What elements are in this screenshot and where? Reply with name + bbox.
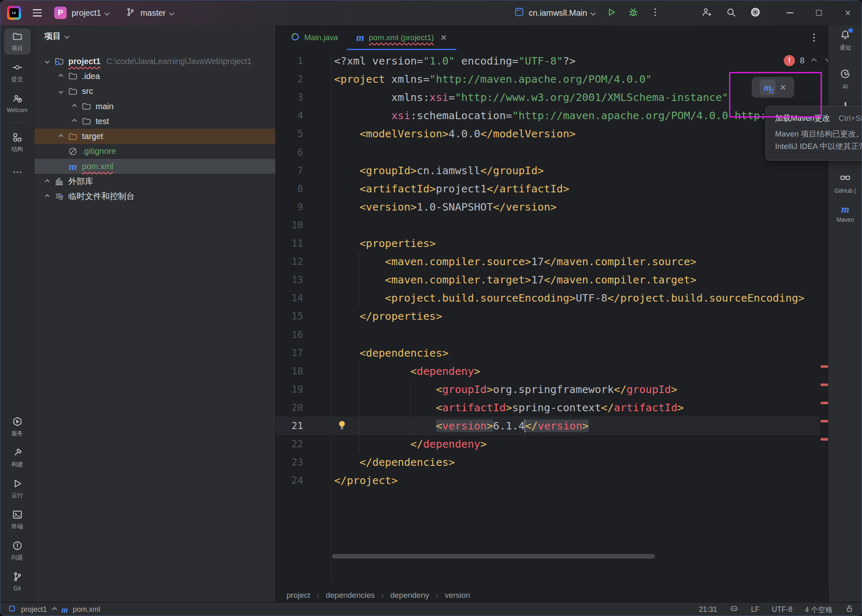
minimize-button[interactable] bbox=[775, 0, 804, 25]
chevron-right-icon[interactable] bbox=[58, 74, 63, 79]
code-line[interactable]: <artifactId>spring-context</artifactId> bbox=[334, 398, 684, 417]
settings-gear-icon[interactable] bbox=[750, 7, 761, 19]
code-line[interactable]: <project.build.sourceEncoding>UTF-8</pro… bbox=[334, 289, 804, 307]
sidebar-item-services[interactable]: 服务 bbox=[4, 414, 31, 440]
inspections-widget[interactable]: ! 8 bbox=[784, 55, 829, 66]
code-line[interactable]: <dependeny> bbox=[334, 362, 480, 380]
sidebar-item-welcome[interactable]: Welcom bbox=[4, 91, 31, 116]
tree-item-.gitignore[interactable]: .gitignore bbox=[34, 144, 275, 159]
horizontal-scrollbar[interactable] bbox=[332, 554, 655, 558]
right-bar-item-notifications[interactable]: 通知 bbox=[828, 29, 862, 52]
line-number[interactable]: 6 bbox=[276, 143, 303, 161]
line-number[interactable]: 5 bbox=[276, 125, 303, 143]
line-number[interactable]: 4 bbox=[276, 106, 303, 125]
sidebar-item-more[interactable] bbox=[4, 161, 31, 185]
chevron-right-icon[interactable] bbox=[72, 119, 77, 124]
indent-setting[interactable]: 4 个空格 bbox=[805, 605, 833, 615]
tree-item-target[interactable]: target bbox=[34, 129, 275, 144]
tree-item-project1[interactable]: project1C:\code\JavaLearning\JavaWeb\pro… bbox=[34, 54, 275, 69]
code-line[interactable]: <maven.compiler.target>17</maven.compile… bbox=[334, 271, 696, 289]
caret-position[interactable]: 21:31 bbox=[699, 605, 717, 614]
tree-item-.idea[interactable]: .idea bbox=[34, 69, 275, 84]
code-line[interactable]: <version>1.0-SNAPSHOT</version> bbox=[334, 198, 556, 216]
tree-item-main[interactable]: main bbox=[34, 99, 275, 114]
right-bar-item-maven[interactable]: mMaven bbox=[828, 204, 862, 223]
right-bar-item-ai[interactable]: AI bbox=[828, 68, 862, 90]
line-ending[interactable]: LF bbox=[751, 605, 759, 614]
error-stripe-mark[interactable] bbox=[821, 384, 829, 386]
close-tab-icon[interactable]: ✕ bbox=[440, 33, 447, 43]
code-line[interactable]: <artifactId>project1</artifactId> bbox=[334, 180, 569, 198]
line-number[interactable]: 2 bbox=[276, 70, 303, 88]
line-number[interactable]: 19 bbox=[276, 380, 303, 398]
line-number[interactable]: 12 bbox=[276, 252, 303, 271]
lock-open-icon[interactable] bbox=[845, 604, 854, 615]
error-stripe-mark[interactable] bbox=[821, 402, 829, 404]
line-number[interactable]: 23 bbox=[276, 453, 303, 471]
sidebar-item-project[interactable]: 项目 bbox=[4, 29, 31, 55]
chevron-right-icon[interactable] bbox=[58, 134, 63, 139]
error-stripe-mark[interactable] bbox=[821, 420, 829, 422]
search-everywhere-icon[interactable] bbox=[725, 7, 737, 19]
line-number[interactable]: 13 bbox=[276, 271, 303, 289]
more-actions-icon[interactable] bbox=[650, 7, 661, 19]
line-number[interactable]: 21 bbox=[276, 417, 303, 435]
code-line[interactable]: <maven.compiler.source>17</maven.compile… bbox=[334, 252, 696, 271]
project-name[interactable]: project1 bbox=[72, 8, 101, 18]
code-line[interactable]: <properties> bbox=[334, 234, 436, 252]
debug-button[interactable] bbox=[628, 7, 639, 19]
sidebar-item-git[interactable]: Git bbox=[4, 569, 31, 594]
line-number[interactable]: 22 bbox=[276, 435, 303, 453]
status-file[interactable]: pom.xml bbox=[73, 605, 100, 614]
code-line[interactable]: <modelVersion>4.0.0</modelVersion> bbox=[334, 125, 575, 143]
code-line[interactable]: <version>6.1.4</version> bbox=[334, 417, 589, 435]
line-number[interactable]: 8 bbox=[276, 180, 303, 198]
line-number[interactable]: 10 bbox=[276, 216, 303, 234]
tree-item-pom.xml[interactable]: mpom.xml bbox=[34, 159, 275, 174]
main-menu-icon[interactable] bbox=[33, 9, 42, 16]
tree-item-临时文件和控制台[interactable]: 临时文件和控制台 bbox=[34, 189, 275, 204]
code-line[interactable]: </dependeny> bbox=[334, 435, 486, 453]
code-line[interactable]: xmlns:xsi="http://www.w3.org/2001/XMLSch… bbox=[334, 88, 728, 106]
error-stripe-mark[interactable] bbox=[821, 365, 829, 368]
project-badge[interactable]: P bbox=[54, 7, 67, 19]
code-line[interactable]: </properties> bbox=[334, 307, 442, 325]
line-number[interactable]: 16 bbox=[276, 326, 303, 344]
sidebar-item-terminal[interactable]: 终端 bbox=[4, 507, 31, 533]
breadcrumb-item[interactable]: dependeny bbox=[390, 591, 429, 600]
line-number[interactable]: 17 bbox=[276, 344, 303, 362]
line-number[interactable]: 3 bbox=[276, 88, 303, 106]
chevron-right-icon[interactable] bbox=[45, 179, 49, 184]
panel-title[interactable]: 项目 bbox=[44, 31, 61, 42]
line-number[interactable]: 18 bbox=[276, 362, 303, 380]
sidebar-item-commit[interactable]: 提交 bbox=[4, 60, 31, 86]
line-number[interactable]: 7 bbox=[276, 161, 303, 180]
line-number[interactable]: 1 bbox=[276, 52, 303, 70]
maximize-button[interactable] bbox=[804, 0, 833, 25]
prev-error-icon[interactable] bbox=[809, 55, 819, 66]
copilot-status-icon[interactable] bbox=[730, 604, 739, 615]
line-number[interactable]: 14 bbox=[276, 289, 303, 307]
sidebar-item-run[interactable]: 运行 bbox=[4, 476, 31, 502]
sidebar-item-structure[interactable]: 结构 bbox=[4, 129, 31, 156]
intention-bulb-icon[interactable] bbox=[336, 419, 348, 431]
code-line[interactable]: <dependencies> bbox=[334, 344, 448, 362]
tree-item-src[interactable]: src bbox=[34, 84, 275, 99]
tree-item-外部库[interactable]: 外部库 bbox=[34, 174, 275, 189]
code-line[interactable]: </project> bbox=[334, 471, 398, 489]
status-project[interactable]: project1 bbox=[21, 605, 47, 614]
tree-item-test[interactable]: test bbox=[34, 114, 275, 129]
code-line[interactable]: <?xml version="1.0" encoding="UTF-8"?> bbox=[334, 52, 575, 70]
right-bar-item-github[interactable]: GitHub ( bbox=[828, 173, 862, 194]
tab-options-icon[interactable] bbox=[808, 32, 820, 43]
breadcrumb-item[interactable]: project bbox=[287, 591, 310, 600]
line-number[interactable]: 11 bbox=[276, 234, 303, 252]
line-number[interactable]: 15 bbox=[276, 307, 303, 325]
chevron-down-icon[interactable] bbox=[45, 59, 49, 63]
code-with-me-icon[interactable] bbox=[701, 7, 712, 19]
chevron-right-icon[interactable] bbox=[45, 194, 49, 199]
sidebar-item-build[interactable]: 构建 bbox=[4, 445, 31, 471]
code-line[interactable]: <groupId>org.springframework</groupId> bbox=[334, 380, 677, 398]
run-configuration[interactable]: cn.iamwsll.Main bbox=[514, 0, 595, 25]
breadcrumb-item[interactable]: dependencies bbox=[326, 591, 375, 600]
